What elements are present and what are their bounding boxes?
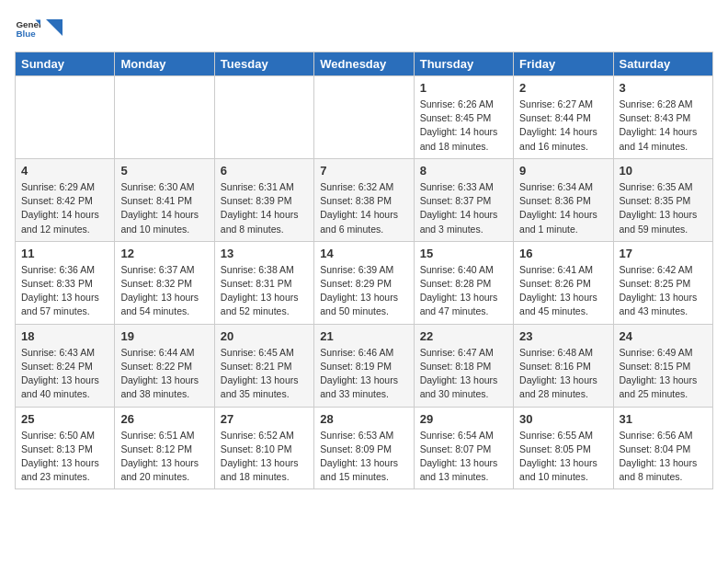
day-number: 29 — [420, 412, 507, 426]
weekday-header-monday: Monday — [115, 52, 214, 76]
calendar-cell: 6Sunrise: 6:31 AM Sunset: 8:39 PM Daylig… — [214, 158, 313, 241]
calendar-cell: 30Sunrise: 6:55 AM Sunset: 8:05 PM Dayli… — [514, 407, 613, 489]
calendar-cell: 26Sunrise: 6:51 AM Sunset: 8:12 PM Dayli… — [115, 407, 214, 489]
cell-content: Sunrise: 6:42 AM Sunset: 8:25 PM Dayligh… — [620, 263, 707, 319]
calendar-cell: 19Sunrise: 6:44 AM Sunset: 8:22 PM Dayli… — [115, 324, 214, 407]
calendar-cell — [214, 76, 313, 159]
calendar-cell: 8Sunrise: 6:33 AM Sunset: 8:37 PM Daylig… — [414, 158, 513, 241]
calendar-cell: 13Sunrise: 6:38 AM Sunset: 8:31 PM Dayli… — [214, 241, 313, 324]
day-number: 13 — [221, 247, 308, 260]
cell-content: Sunrise: 6:38 AM Sunset: 8:31 PM Dayligh… — [221, 263, 308, 319]
cell-content: Sunrise: 6:28 AM Sunset: 8:43 PM Dayligh… — [620, 98, 707, 154]
calendar-cell: 9Sunrise: 6:34 AM Sunset: 8:36 PM Daylig… — [514, 158, 613, 241]
cell-content: Sunrise: 6:45 AM Sunset: 8:21 PM Dayligh… — [221, 346, 308, 402]
calendar-cell: 11Sunrise: 6:36 AM Sunset: 8:33 PM Dayli… — [16, 241, 115, 324]
weekday-header-saturday: Saturday — [613, 52, 712, 76]
calendar-cell: 10Sunrise: 6:35 AM Sunset: 8:35 PM Dayli… — [613, 158, 712, 241]
day-number: 6 — [221, 164, 308, 178]
calendar-cell: 25Sunrise: 6:50 AM Sunset: 8:13 PM Dayli… — [16, 407, 115, 489]
calendar-cell: 18Sunrise: 6:43 AM Sunset: 8:24 PM Dayli… — [16, 324, 115, 407]
calendar-cell: 21Sunrise: 6:46 AM Sunset: 8:19 PM Dayli… — [314, 324, 414, 407]
cell-content: Sunrise: 6:40 AM Sunset: 8:28 PM Dayligh… — [420, 263, 507, 319]
day-number: 23 — [519, 329, 607, 343]
day-number: 3 — [620, 81, 707, 95]
day-number: 11 — [21, 247, 108, 260]
cell-content: Sunrise: 6:48 AM Sunset: 8:16 PM Dayligh… — [519, 346, 607, 402]
day-number: 12 — [120, 247, 208, 260]
calendar-week-row: 4Sunrise: 6:29 AM Sunset: 8:42 PM Daylig… — [16, 158, 713, 241]
calendar-week-row: 25Sunrise: 6:50 AM Sunset: 8:13 PM Dayli… — [16, 407, 713, 489]
calendar-cell: 27Sunrise: 6:52 AM Sunset: 8:10 PM Dayli… — [214, 407, 313, 489]
day-number: 1 — [420, 81, 507, 95]
calendar-week-row: 11Sunrise: 6:36 AM Sunset: 8:33 PM Dayli… — [16, 241, 713, 324]
calendar-cell: 14Sunrise: 6:39 AM Sunset: 8:29 PM Dayli… — [314, 241, 414, 324]
cell-content: Sunrise: 6:43 AM Sunset: 8:24 PM Dayligh… — [21, 346, 108, 402]
cell-content: Sunrise: 6:55 AM Sunset: 8:05 PM Dayligh… — [519, 429, 607, 485]
day-number: 14 — [320, 247, 407, 260]
calendar-cell: 20Sunrise: 6:45 AM Sunset: 8:21 PM Dayli… — [214, 324, 313, 407]
calendar-cell: 1Sunrise: 6:26 AM Sunset: 8:45 PM Daylig… — [414, 76, 513, 159]
day-number: 4 — [21, 164, 108, 178]
calendar-cell: 16Sunrise: 6:41 AM Sunset: 8:26 PM Dayli… — [514, 241, 613, 324]
cell-content: Sunrise: 6:27 AM Sunset: 8:44 PM Dayligh… — [519, 98, 607, 154]
page-header: General Blue — [15, 15, 713, 40]
day-number: 27 — [221, 412, 308, 426]
calendar-cell: 29Sunrise: 6:54 AM Sunset: 8:07 PM Dayli… — [414, 407, 513, 489]
weekday-header-wednesday: Wednesday — [314, 52, 414, 76]
cell-content: Sunrise: 6:31 AM Sunset: 8:39 PM Dayligh… — [221, 180, 308, 236]
calendar-cell: 4Sunrise: 6:29 AM Sunset: 8:42 PM Daylig… — [16, 158, 115, 241]
calendar-cell: 3Sunrise: 6:28 AM Sunset: 8:43 PM Daylig… — [613, 76, 712, 159]
cell-content: Sunrise: 6:34 AM Sunset: 8:36 PM Dayligh… — [519, 180, 607, 236]
cell-content: Sunrise: 6:56 AM Sunset: 8:04 PM Dayligh… — [620, 429, 707, 485]
calendar-cell: 12Sunrise: 6:37 AM Sunset: 8:32 PM Dayli… — [115, 241, 214, 324]
day-number: 5 — [120, 164, 208, 178]
day-number: 8 — [420, 164, 507, 178]
cell-content: Sunrise: 6:51 AM Sunset: 8:12 PM Dayligh… — [120, 429, 208, 485]
cell-content: Sunrise: 6:26 AM Sunset: 8:45 PM Dayligh… — [420, 98, 507, 154]
cell-content: Sunrise: 6:29 AM Sunset: 8:42 PM Dayligh… — [21, 180, 108, 236]
calendar-cell: 22Sunrise: 6:47 AM Sunset: 8:18 PM Dayli… — [414, 324, 513, 407]
day-number: 30 — [519, 412, 607, 426]
calendar-header: SundayMondayTuesdayWednesdayThursdayFrid… — [16, 52, 713, 76]
day-number: 21 — [320, 329, 407, 343]
day-number: 17 — [620, 247, 707, 260]
day-number: 9 — [519, 164, 607, 178]
calendar-cell: 31Sunrise: 6:56 AM Sunset: 8:04 PM Dayli… — [613, 407, 712, 489]
cell-content: Sunrise: 6:33 AM Sunset: 8:37 PM Dayligh… — [420, 180, 507, 236]
cell-content: Sunrise: 6:35 AM Sunset: 8:35 PM Dayligh… — [620, 180, 707, 236]
logo-triangle-icon — [46, 19, 63, 36]
calendar-cell: 15Sunrise: 6:40 AM Sunset: 8:28 PM Dayli… — [414, 241, 513, 324]
calendar-week-row: 18Sunrise: 6:43 AM Sunset: 8:24 PM Dayli… — [16, 324, 713, 407]
cell-content: Sunrise: 6:36 AM Sunset: 8:33 PM Dayligh… — [21, 263, 108, 319]
calendar-cell — [16, 76, 115, 159]
day-number: 18 — [21, 329, 108, 343]
day-number: 16 — [519, 247, 607, 260]
day-number: 26 — [120, 412, 208, 426]
cell-content: Sunrise: 6:50 AM Sunset: 8:13 PM Dayligh… — [21, 429, 108, 485]
cell-content: Sunrise: 6:41 AM Sunset: 8:26 PM Dayligh… — [519, 263, 607, 319]
cell-content: Sunrise: 6:53 AM Sunset: 8:09 PM Dayligh… — [320, 429, 407, 485]
day-number: 19 — [120, 329, 208, 343]
cell-content: Sunrise: 6:39 AM Sunset: 8:29 PM Dayligh… — [320, 263, 407, 319]
day-number: 7 — [320, 164, 407, 178]
logo: General Blue — [15, 15, 63, 40]
day-number: 20 — [221, 329, 308, 343]
calendar-table: SundayMondayTuesdayWednesdayThursdayFrid… — [15, 52, 713, 489]
cell-content: Sunrise: 6:32 AM Sunset: 8:38 PM Dayligh… — [320, 180, 407, 236]
cell-content: Sunrise: 6:37 AM Sunset: 8:32 PM Dayligh… — [120, 263, 208, 319]
day-number: 24 — [620, 329, 707, 343]
day-number: 10 — [620, 164, 707, 178]
day-number: 22 — [420, 329, 507, 343]
day-number: 28 — [320, 412, 407, 426]
day-number: 2 — [519, 81, 607, 95]
calendar-cell — [314, 76, 414, 159]
weekday-header-row: SundayMondayTuesdayWednesdayThursdayFrid… — [16, 52, 713, 76]
calendar-week-row: 1Sunrise: 6:26 AM Sunset: 8:45 PM Daylig… — [16, 76, 713, 159]
svg-marker-3 — [46, 19, 63, 36]
weekday-header-thursday: Thursday — [414, 52, 513, 76]
cell-content: Sunrise: 6:52 AM Sunset: 8:10 PM Dayligh… — [221, 429, 308, 485]
day-number: 25 — [21, 412, 108, 426]
day-number: 31 — [620, 412, 707, 426]
calendar-body: 1Sunrise: 6:26 AM Sunset: 8:45 PM Daylig… — [16, 76, 713, 489]
weekday-header-friday: Friday — [514, 52, 613, 76]
